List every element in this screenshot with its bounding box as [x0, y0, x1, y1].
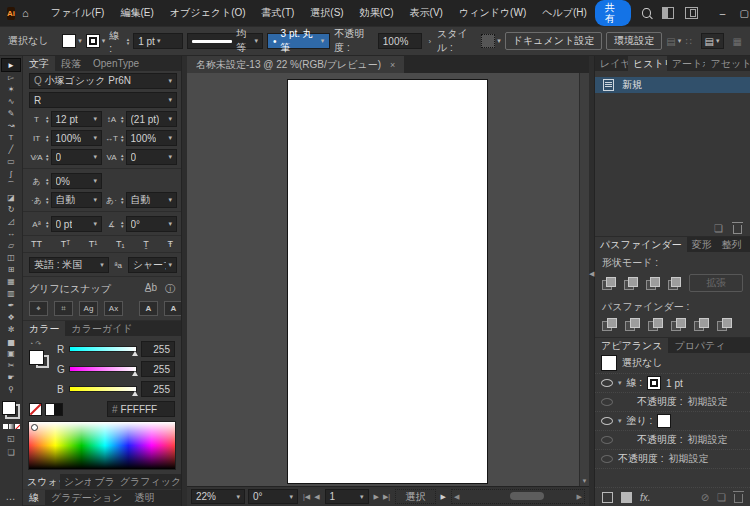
- kerning-input[interactable]: 0: [51, 149, 102, 165]
- rotation-select[interactable]: 0°: [248, 489, 298, 504]
- paintbrush-tool[interactable]: ʃ: [2, 167, 20, 179]
- menu-item[interactable]: 選択(S): [302, 4, 351, 22]
- panel-tab[interactable]: レイヤー: [595, 56, 628, 71]
- artboard-number-select[interactable]: 1: [325, 489, 369, 504]
- snap-font-bold-icon[interactable]: A: [139, 301, 158, 316]
- scale-tool[interactable]: ◿: [2, 215, 20, 227]
- panel-tab[interactable]: 段落: [55, 56, 87, 71]
- antialias-select[interactable]: シャープ: [128, 257, 177, 273]
- aki-left-select[interactable]: 自動: [51, 192, 102, 208]
- rotate-tool[interactable]: ↻: [2, 203, 20, 215]
- add-new-fill-icon[interactable]: [621, 492, 632, 503]
- black-white-swatch[interactable]: [45, 403, 63, 416]
- delete-state-icon[interactable]: [733, 225, 742, 234]
- color-slider[interactable]: [69, 386, 137, 392]
- canvas[interactable]: ▼: [187, 73, 589, 486]
- none-button[interactable]: [15, 424, 20, 429]
- color-value-input[interactable]: 255: [141, 361, 175, 377]
- scroll-left-icon[interactable]: ◀: [454, 493, 459, 501]
- search-icon[interactable]: [642, 8, 651, 18]
- stroke-profile-select[interactable]: 均等: [187, 33, 263, 49]
- stroke-width-input[interactable]: 1 pt: [133, 33, 183, 49]
- hex-input[interactable]: #FFFFFF: [107, 401, 175, 417]
- minus-back-icon[interactable]: [717, 318, 732, 331]
- menu-item[interactable]: ウィンドウ(W): [451, 4, 534, 22]
- slice-tool[interactable]: ✂: [2, 359, 20, 371]
- eraser-tool[interactable]: ◪: [2, 191, 20, 203]
- blend-tool[interactable]: ❖: [2, 311, 20, 323]
- baseline-shift-input[interactable]: 0 pt: [51, 216, 102, 232]
- panel-tab[interactable]: ブラシ: [91, 474, 116, 489]
- maximize-button[interactable]: ▢: [732, 8, 750, 19]
- width-tool[interactable]: ↔: [2, 227, 20, 239]
- mini-fill-indicator[interactable]: [29, 350, 44, 365]
- line-segment-tool[interactable]: ╱: [2, 143, 20, 155]
- color-value-input[interactable]: 255: [141, 381, 175, 397]
- duplicate-item-icon[interactable]: ❏: [717, 492, 726, 503]
- outline-icon[interactable]: [694, 318, 709, 331]
- horizontal-scale-stepper[interactable]: [121, 134, 124, 142]
- font-family-select[interactable]: Q 小塚ゴシック Pr6N: [29, 73, 177, 89]
- aki-left-stepper[interactable]: [46, 196, 49, 204]
- baseline-shift-stepper[interactable]: [46, 220, 49, 228]
- font-size-input[interactable]: 12 pt: [51, 111, 102, 127]
- direct-selection-tool[interactable]: ▻: [2, 71, 20, 83]
- prev-artboard-button[interactable]: ◀: [314, 493, 319, 501]
- vertical-scale-input[interactable]: 100%: [51, 130, 102, 146]
- text-decoration-button[interactable]: TT: [31, 239, 42, 249]
- stroke-color-picker[interactable]: [86, 34, 106, 48]
- color-fill-stroke-indicator[interactable]: [29, 350, 49, 368]
- visibility-eye-icon[interactable]: [601, 436, 613, 444]
- shape-builder-tool[interactable]: ◫: [2, 251, 20, 263]
- preferences-button[interactable]: 環境設定: [606, 32, 662, 50]
- workspace-switcher-icon[interactable]: [685, 7, 698, 19]
- stroke-mini-swatch[interactable]: [647, 376, 661, 390]
- horizontal-scale-input[interactable]: 100%: [126, 130, 177, 146]
- appearance-fill-row[interactable]: ▾ 塗り :: [595, 412, 750, 431]
- panel-tab[interactable]: アセットの書: [705, 56, 750, 71]
- add-new-effect-icon[interactable]: fx.: [640, 492, 651, 503]
- fill-mini-swatch[interactable]: [657, 414, 671, 428]
- lasso-tool[interactable]: ∿: [2, 95, 20, 107]
- align-options-icon[interactable]: ▤: [701, 33, 724, 49]
- panel-tab[interactable]: アートボー: [667, 56, 706, 71]
- exclude-icon[interactable]: [668, 277, 682, 290]
- panel-tab[interactable]: グラフィックスタイル: [116, 474, 181, 489]
- intersect-icon[interactable]: [646, 277, 660, 290]
- menu-item[interactable]: 効果(C): [352, 4, 402, 22]
- text-decoration-button[interactable]: Tᵀ: [61, 239, 70, 249]
- vertical-scale-stepper[interactable]: [46, 134, 49, 142]
- graphic-style-select[interactable]: [481, 34, 501, 48]
- chevron-down-icon[interactable]: ▾: [618, 379, 622, 387]
- visibility-eye-icon[interactable]: [601, 417, 613, 425]
- merge-icon[interactable]: [648, 318, 663, 331]
- document-tab[interactable]: 名称未設定-13 @ 22 %(RGB/プレビュー) ×: [187, 56, 404, 73]
- scrollbar-thumb[interactable]: [510, 492, 544, 500]
- collapse-dock-icon[interactable]: ◀: [589, 270, 594, 278]
- opacity-input[interactable]: 100%: [378, 33, 423, 49]
- unite-icon[interactable]: [602, 277, 616, 290]
- free-transform-tool[interactable]: ▱: [2, 239, 20, 251]
- visibility-eye-icon[interactable]: [601, 379, 613, 387]
- panel-tab[interactable]: グラデーション: [45, 490, 128, 505]
- panel-tab[interactable]: アピアランス: [595, 338, 668, 353]
- hand-tool[interactable]: ☛: [2, 371, 20, 383]
- artboard[interactable]: [287, 79, 488, 484]
- text-decoration-button[interactable]: T₁: [116, 239, 125, 249]
- stroke-width-stepper[interactable]: [127, 37, 130, 45]
- color-slider[interactable]: [69, 366, 137, 372]
- fill-indicator[interactable]: [2, 401, 16, 415]
- panel-tab[interactable]: 変形: [687, 237, 717, 252]
- chevron-down-icon[interactable]: ▾: [618, 417, 622, 425]
- horizontal-scrollbar[interactable]: ◀ ▶: [451, 489, 585, 504]
- drawing-modes-icon[interactable]: ◱: [7, 434, 15, 443]
- panel-tab[interactable]: ヒストリー: [628, 56, 667, 71]
- text-decoration-button[interactable]: Ṯ: [143, 239, 149, 249]
- snap-anchor-icon[interactable]: Ax: [104, 301, 123, 316]
- panel-tab[interactable]: 線: [23, 490, 45, 505]
- color-value-input[interactable]: 255: [141, 341, 175, 357]
- symbol-sprayer-tool[interactable]: ✼: [2, 323, 20, 335]
- color-slider[interactable]: [69, 346, 137, 352]
- menu-item[interactable]: 表示(V): [402, 4, 451, 22]
- fill-stroke-indicator[interactable]: [2, 401, 20, 419]
